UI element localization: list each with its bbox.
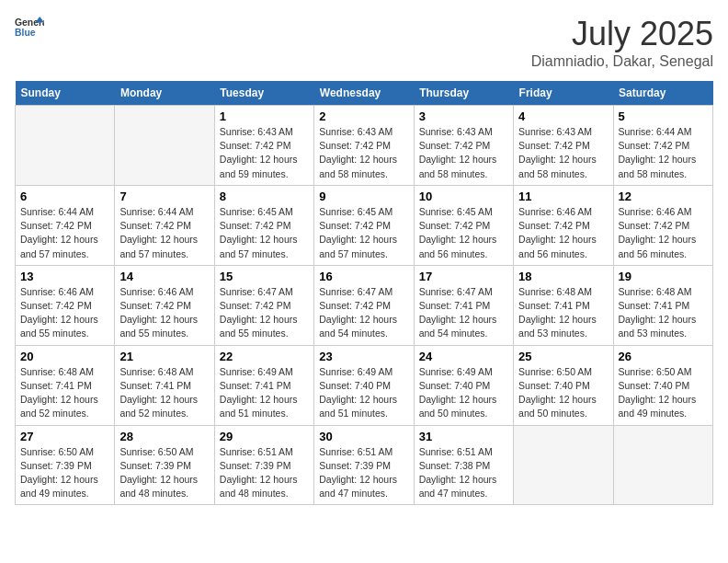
day-info: Sunrise: 6:51 AM Sunset: 7:39 PM Dayligh… — [319, 445, 408, 501]
calendar-cell: 5Sunrise: 6:44 AM Sunset: 7:42 PM Daylig… — [613, 106, 712, 186]
calendar-cell — [613, 425, 712, 505]
day-number: 29 — [220, 430, 309, 443]
day-info: Sunrise: 6:46 AM Sunset: 7:42 PM Dayligh… — [619, 205, 708, 261]
day-number: 18 — [518, 270, 608, 283]
day-number: 21 — [119, 350, 209, 363]
calendar-cell: 29Sunrise: 6:51 AM Sunset: 7:39 PM Dayli… — [214, 425, 313, 505]
calendar-week-4: 27Sunrise: 6:50 AM Sunset: 7:39 PM Dayli… — [16, 425, 713, 505]
day-info: Sunrise: 6:47 AM Sunset: 7:42 PM Dayligh… — [220, 285, 309, 341]
calendar-subtitle: Diamniadio, Dakar, Senegal — [531, 53, 713, 70]
calendar-cell: 22Sunrise: 6:49 AM Sunset: 7:41 PM Dayli… — [214, 345, 313, 425]
calendar-cell: 27Sunrise: 6:50 AM Sunset: 7:39 PM Dayli… — [16, 425, 115, 505]
calendar-cell: 4Sunrise: 6:43 AM Sunset: 7:42 PM Daylig… — [514, 106, 613, 186]
day-info: Sunrise: 6:48 AM Sunset: 7:41 PM Dayligh… — [518, 285, 608, 341]
day-number: 22 — [220, 350, 309, 363]
calendar-cell: 23Sunrise: 6:49 AM Sunset: 7:40 PM Dayli… — [314, 345, 414, 425]
header-saturday: Saturday — [613, 81, 712, 106]
day-info: Sunrise: 6:50 AM Sunset: 7:40 PM Dayligh… — [619, 365, 708, 421]
header-thursday: Thursday — [414, 81, 513, 106]
day-info: Sunrise: 6:45 AM Sunset: 7:42 PM Dayligh… — [319, 205, 408, 261]
header-friday: Friday — [514, 81, 613, 106]
calendar-cell: 19Sunrise: 6:48 AM Sunset: 7:41 PM Dayli… — [613, 265, 712, 345]
calendar-week-1: 6Sunrise: 6:44 AM Sunset: 7:42 PM Daylig… — [16, 185, 713, 265]
calendar-cell: 8Sunrise: 6:45 AM Sunset: 7:42 PM Daylig… — [214, 185, 313, 265]
day-info: Sunrise: 6:50 AM Sunset: 7:40 PM Dayligh… — [518, 365, 608, 421]
day-number: 17 — [419, 270, 508, 283]
day-number: 7 — [119, 190, 209, 203]
day-info: Sunrise: 6:47 AM Sunset: 7:42 PM Dayligh… — [319, 285, 408, 341]
calendar-cell: 26Sunrise: 6:50 AM Sunset: 7:40 PM Dayli… — [613, 345, 712, 425]
day-number: 20 — [20, 350, 109, 363]
day-info: Sunrise: 6:49 AM Sunset: 7:41 PM Dayligh… — [220, 365, 309, 421]
calendar-cell: 25Sunrise: 6:50 AM Sunset: 7:40 PM Dayli… — [514, 345, 613, 425]
day-number: 9 — [319, 190, 408, 203]
day-info: Sunrise: 6:43 AM Sunset: 7:42 PM Dayligh… — [220, 125, 309, 181]
calendar-cell: 30Sunrise: 6:51 AM Sunset: 7:39 PM Dayli… — [314, 425, 414, 505]
day-info: Sunrise: 6:43 AM Sunset: 7:42 PM Dayligh… — [518, 125, 608, 181]
header-tuesday: Tuesday — [214, 81, 313, 106]
day-number: 6 — [20, 190, 109, 203]
calendar-cell: 6Sunrise: 6:44 AM Sunset: 7:42 PM Daylig… — [16, 185, 115, 265]
day-info: Sunrise: 6:49 AM Sunset: 7:40 PM Dayligh… — [319, 365, 408, 421]
calendar-cell: 7Sunrise: 6:44 AM Sunset: 7:42 PM Daylig… — [115, 185, 214, 265]
day-info: Sunrise: 6:48 AM Sunset: 7:41 PM Dayligh… — [20, 365, 109, 421]
day-number: 31 — [419, 430, 508, 443]
calendar-cell — [514, 425, 613, 505]
day-info: Sunrise: 6:51 AM Sunset: 7:39 PM Dayligh… — [220, 445, 309, 501]
day-number: 15 — [220, 270, 309, 283]
day-info: Sunrise: 6:46 AM Sunset: 7:42 PM Dayligh… — [518, 205, 608, 261]
day-info: Sunrise: 6:44 AM Sunset: 7:42 PM Dayligh… — [20, 205, 109, 261]
day-number: 1 — [220, 109, 309, 123]
calendar-cell — [115, 106, 214, 186]
day-info: Sunrise: 6:44 AM Sunset: 7:42 PM Dayligh… — [619, 125, 708, 181]
day-number: 8 — [220, 190, 309, 203]
svg-text:Blue: Blue — [15, 28, 36, 38]
day-number: 10 — [419, 190, 508, 203]
day-info: Sunrise: 6:46 AM Sunset: 7:42 PM Dayligh… — [20, 285, 109, 341]
calendar-cell — [16, 106, 115, 186]
day-number: 5 — [619, 109, 708, 123]
calendar-title: July 2025 — [531, 15, 713, 53]
calendar-cell: 28Sunrise: 6:50 AM Sunset: 7:39 PM Dayli… — [115, 425, 214, 505]
day-info: Sunrise: 6:50 AM Sunset: 7:39 PM Dayligh… — [119, 445, 209, 501]
calendar-cell: 2Sunrise: 6:43 AM Sunset: 7:42 PM Daylig… — [314, 106, 414, 186]
calendar-cell: 3Sunrise: 6:43 AM Sunset: 7:42 PM Daylig… — [414, 106, 513, 186]
calendar-week-0: 1Sunrise: 6:43 AM Sunset: 7:42 PM Daylig… — [16, 106, 713, 186]
day-info: Sunrise: 6:46 AM Sunset: 7:42 PM Dayligh… — [119, 285, 209, 341]
day-info: Sunrise: 6:48 AM Sunset: 7:41 PM Dayligh… — [119, 365, 209, 421]
day-number: 25 — [518, 350, 608, 363]
header-monday: Monday — [115, 81, 214, 106]
weekday-header-row: Sunday Monday Tuesday Wednesday Thursday… — [16, 81, 713, 106]
calendar-table: Sunday Monday Tuesday Wednesday Thursday… — [15, 81, 713, 505]
day-number: 24 — [419, 350, 508, 363]
day-number: 19 — [619, 270, 708, 283]
day-number: 16 — [319, 270, 408, 283]
day-number: 2 — [319, 109, 408, 123]
day-number: 13 — [20, 270, 109, 283]
calendar-cell: 31Sunrise: 6:51 AM Sunset: 7:38 PM Dayli… — [414, 425, 513, 505]
calendar-cell: 9Sunrise: 6:45 AM Sunset: 7:42 PM Daylig… — [314, 185, 414, 265]
day-number: 3 — [419, 109, 508, 123]
day-number: 30 — [319, 430, 408, 443]
day-info: Sunrise: 6:45 AM Sunset: 7:42 PM Dayligh… — [220, 205, 309, 261]
day-number: 27 — [20, 430, 109, 443]
day-number: 14 — [119, 270, 209, 283]
calendar-cell: 15Sunrise: 6:47 AM Sunset: 7:42 PM Dayli… — [214, 265, 313, 345]
day-info: Sunrise: 6:44 AM Sunset: 7:42 PM Dayligh… — [119, 205, 209, 261]
calendar-cell: 11Sunrise: 6:46 AM Sunset: 7:42 PM Dayli… — [514, 185, 613, 265]
day-info: Sunrise: 6:47 AM Sunset: 7:41 PM Dayligh… — [419, 285, 508, 341]
day-info: Sunrise: 6:43 AM Sunset: 7:42 PM Dayligh… — [319, 125, 408, 181]
calendar-cell: 13Sunrise: 6:46 AM Sunset: 7:42 PM Dayli… — [16, 265, 115, 345]
day-number: 12 — [619, 190, 708, 203]
day-info: Sunrise: 6:51 AM Sunset: 7:38 PM Dayligh… — [419, 445, 508, 501]
day-number: 11 — [518, 190, 608, 203]
day-info: Sunrise: 6:50 AM Sunset: 7:39 PM Dayligh… — [20, 445, 109, 501]
calendar-cell: 24Sunrise: 6:49 AM Sunset: 7:40 PM Dayli… — [414, 345, 513, 425]
day-info: Sunrise: 6:45 AM Sunset: 7:42 PM Dayligh… — [419, 205, 508, 261]
calendar-cell: 18Sunrise: 6:48 AM Sunset: 7:41 PM Dayli… — [514, 265, 613, 345]
title-block: July 2025 Diamniadio, Dakar, Senegal — [531, 15, 713, 70]
header-sunday: Sunday — [16, 81, 115, 106]
calendar-cell: 1Sunrise: 6:43 AM Sunset: 7:42 PM Daylig… — [214, 106, 313, 186]
day-number: 23 — [319, 350, 408, 363]
day-info: Sunrise: 6:43 AM Sunset: 7:42 PM Dayligh… — [419, 125, 508, 181]
